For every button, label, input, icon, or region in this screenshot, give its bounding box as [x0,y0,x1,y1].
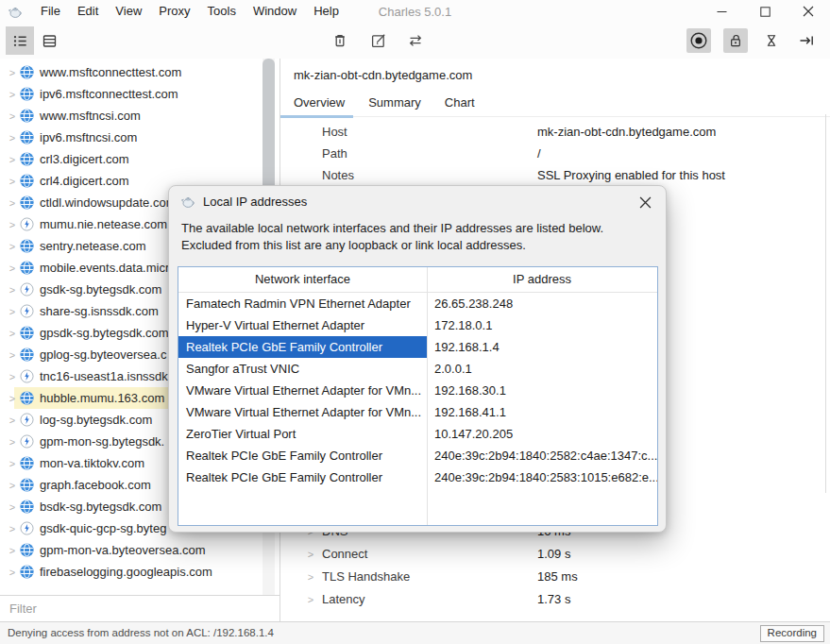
field-label: TLS Handshake [322,566,410,588]
expand-icon[interactable]: > [7,306,18,317]
record-button[interactable] [686,28,711,53]
expand-icon[interactable]: > [7,523,18,534]
expand-icon[interactable]: > [305,588,316,611]
compose-button[interactable] [367,29,390,52]
minimize-button[interactable] [700,0,743,23]
status-bar: Denying access from address not on ACL: … [0,621,830,644]
tab-summary[interactable]: Summary [368,93,421,116]
filter-input[interactable] [0,596,279,621]
expand-icon[interactable]: > [7,89,18,100]
interface-row[interactable]: Realtek PCIe GbE Family Controller192.16… [178,336,657,358]
globe-icon [20,239,34,253]
expand-icon[interactable]: > [7,349,18,361]
window-controls [700,0,830,23]
dialog-description-line: The available local network interfaces a… [181,220,603,237]
sequence-view-button[interactable] [35,26,63,55]
tab-overview[interactable]: Overview [294,93,345,116]
expand-icon[interactable]: > [305,543,316,566]
host-item[interactable]: >www.msftncsi.com [0,105,279,127]
expand-icon[interactable]: > [7,176,18,187]
expand-icon[interactable]: > [7,67,18,78]
interface-row[interactable]: Realtek PCIe GbE Family Controller240e:3… [178,445,657,466]
ip-cell: 240e:39c:2b94:1840:2582:c4ae:1347:c... [427,445,657,466]
globe-icon [20,195,34,210]
close-button[interactable] [787,0,830,23]
menu-window[interactable]: Window [245,0,305,23]
field-label: Notes [322,164,354,186]
globe-icon [20,565,34,579]
table-body: Famatech Radmin VPN Ethernet Adapter26.6… [178,293,657,488]
expand-icon[interactable]: > [7,110,18,122]
expand-icon[interactable]: > [7,567,18,578]
ip-cell: 172.18.0.1 [427,314,657,336]
timing-row: >Latency1.73 s [280,588,830,611]
interface-row[interactable]: VMware Virtual Ethernet Adapter for VMn.… [178,380,657,401]
expand-icon[interactable]: > [7,393,18,404]
throttle-button[interactable] [760,29,783,52]
menu-proxy[interactable]: Proxy [150,0,198,23]
column-header[interactable]: Network interface [178,267,427,292]
recording-indicator[interactable]: Recording [760,625,824,642]
interface-cell: Sangfor aTrust VNIC [178,358,427,380]
interface-row[interactable]: VMware Virtual Ethernet Adapter for VMn.… [178,401,657,423]
expand-icon[interactable]: > [7,328,18,339]
app-icon [180,194,195,209]
interface-row[interactable]: Famatech Radmin VPN Ethernet Adapter26.6… [178,293,657,314]
clear-session-button[interactable] [329,29,351,52]
ip-cell: 26.65.238.248 [427,293,657,314]
structure-view-button[interactable] [6,26,34,55]
detail-tabs: OverviewSummaryChart [280,93,830,117]
globe-icon [20,543,34,557]
interface-cell: VMware Virtual Ethernet Adapter for VMn.… [178,401,427,423]
host-item[interactable]: >crl3.digicert.com [0,148,279,170]
globe-icon [20,500,34,514]
expand-icon[interactable]: > [7,241,18,252]
column-header[interactable]: IP address [427,267,657,292]
charles-window: FileEditViewProxyToolsWindowHelp Charles… [0,0,830,644]
lightning-icon [20,521,34,535]
menu-tools[interactable]: Tools [199,0,245,23]
breakpoints-button[interactable] [795,29,818,52]
host-item[interactable]: >www.msftconnecttest.com [0,61,279,83]
dialog-close-button[interactable] [637,195,652,210]
host-item[interactable]: >ipv6.msftconnecttest.com [0,83,279,105]
expand-icon[interactable]: > [7,371,18,382]
maximize-button[interactable] [743,0,787,23]
main-scrollbar[interactable] [825,114,826,493]
tab-chart[interactable]: Chart [445,93,475,116]
menu-edit[interactable]: Edit [69,0,107,23]
expand-icon[interactable]: > [7,501,18,513]
lightning-icon [20,217,34,231]
repeat-button[interactable] [404,29,427,52]
host-label: tnc16-useast1a.isnssdk.c [40,369,178,383]
menu-view[interactable]: View [107,0,150,23]
expand-icon[interactable]: > [7,480,18,491]
field-value: / [537,143,541,164]
expand-icon[interactable]: > [7,219,18,230]
expand-icon[interactable]: > [7,436,18,448]
expand-icon[interactable]: > [7,458,18,469]
menu-help[interactable]: Help [305,0,347,23]
expand-icon[interactable]: > [7,545,18,556]
interface-row[interactable]: Sangfor aTrust VNIC2.0.0.1 [178,358,657,380]
host-item[interactable]: >gpm-mon-va.byteoversea.com [0,539,279,561]
host-item[interactable]: >ipv6.msftncsi.com [0,127,279,148]
expand-icon[interactable]: > [7,132,18,144]
expand-icon[interactable]: > [7,284,18,296]
selected-host-breadcrumb: mk-zian-obt-cdn.bytedgame.com [294,68,472,82]
interface-row[interactable]: Hyper-V Virtual Ethernet Adapter172.18.0… [178,314,657,336]
expand-icon[interactable]: > [7,263,18,274]
expand-icon[interactable]: > [7,197,18,209]
menu-file[interactable]: File [32,0,69,23]
field-value: 185 ms [537,566,578,588]
interface-row[interactable]: ZeroTier Virtual Port10.147.20.205 [178,423,657,445]
interface-row[interactable]: Realtek PCIe GbE Family Controller240e:3… [178,466,657,488]
expand-icon[interactable]: > [305,566,316,588]
expand-icon[interactable]: > [7,415,18,426]
expand-icon[interactable]: > [7,154,18,165]
host-label: graph.facebook.com [40,478,151,492]
ssl-proxying-button[interactable] [723,28,748,53]
timing-row: >TLS Handshake185 ms [280,566,830,588]
interface-cell: VMware Virtual Ethernet Adapter for VMn.… [178,380,427,401]
host-item[interactable]: >firebaselogging.googleapis.com [0,561,279,583]
